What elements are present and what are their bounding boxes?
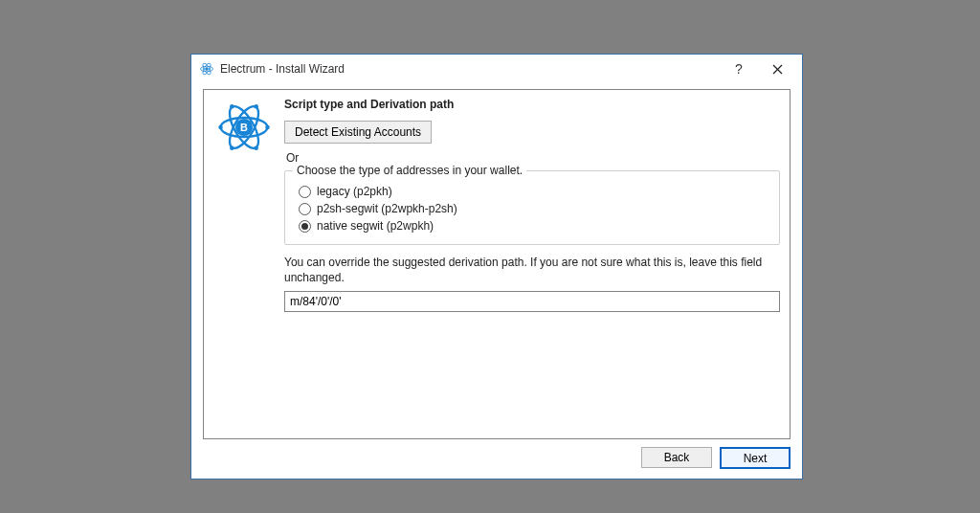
close-button[interactable] xyxy=(758,56,796,82)
wizard-body: B Script type and Derivation path Detect… xyxy=(203,89,791,439)
next-button[interactable]: Next xyxy=(720,447,791,469)
window-title-area: Electrum - Install Wizard xyxy=(199,61,720,77)
svg-point-12 xyxy=(254,104,258,109)
detect-existing-accounts-button[interactable]: Detect Existing Accounts xyxy=(284,121,432,144)
close-icon xyxy=(772,64,783,75)
radio-icon xyxy=(299,220,311,233)
svg-point-9 xyxy=(218,125,223,130)
derivation-path-input[interactable] xyxy=(284,291,780,312)
svg-point-10 xyxy=(265,125,270,130)
logo-column: B xyxy=(213,98,275,431)
radio-legacy[interactable]: legacy (p2pkh) xyxy=(295,185,769,198)
window-title-text: Electrum - Install Wizard xyxy=(220,62,345,76)
radio-icon xyxy=(299,203,311,215)
svg-point-13 xyxy=(230,145,234,150)
titlebar: Electrum - Install Wizard ? xyxy=(191,55,802,83)
svg-text:B: B xyxy=(240,122,248,133)
install-wizard-window: Electrum - Install Wizard ? xyxy=(190,54,803,480)
electrum-app-icon xyxy=(199,61,214,77)
radio-label: legacy (p2pkh) xyxy=(317,185,392,198)
help-button[interactable]: ? xyxy=(720,56,758,82)
radio-p2sh-segwit[interactable]: p2sh-segwit (p2wpkh-p2sh) xyxy=(295,202,769,215)
svg-point-11 xyxy=(230,104,234,109)
radio-icon xyxy=(299,186,311,198)
content-column: Script type and Derivation path Detect E… xyxy=(284,98,780,431)
titlebar-controls: ? xyxy=(720,56,796,82)
radio-label: native segwit (p2wpkh) xyxy=(317,219,434,233)
client-area: B Script type and Derivation path Detect… xyxy=(191,83,802,479)
page-heading: Script type and Derivation path xyxy=(284,98,780,111)
address-type-group: Choose the type of addresses in your wal… xyxy=(284,170,780,245)
address-type-group-title: Choose the type of addresses in your wal… xyxy=(293,164,526,177)
radio-label: p2sh-segwit (p2wpkh-p2sh) xyxy=(317,202,457,215)
svg-point-14 xyxy=(254,145,258,150)
radio-native-segwit[interactable]: native segwit (p2wpkh) xyxy=(295,219,769,233)
electrum-logo-icon: B xyxy=(216,100,272,431)
back-button[interactable]: Back xyxy=(641,447,712,468)
derivation-hint: You can override the suggested derivatio… xyxy=(284,255,780,285)
wizard-footer: Back Next xyxy=(203,439,791,469)
or-label: Or xyxy=(286,151,780,165)
svg-point-3 xyxy=(205,67,209,71)
